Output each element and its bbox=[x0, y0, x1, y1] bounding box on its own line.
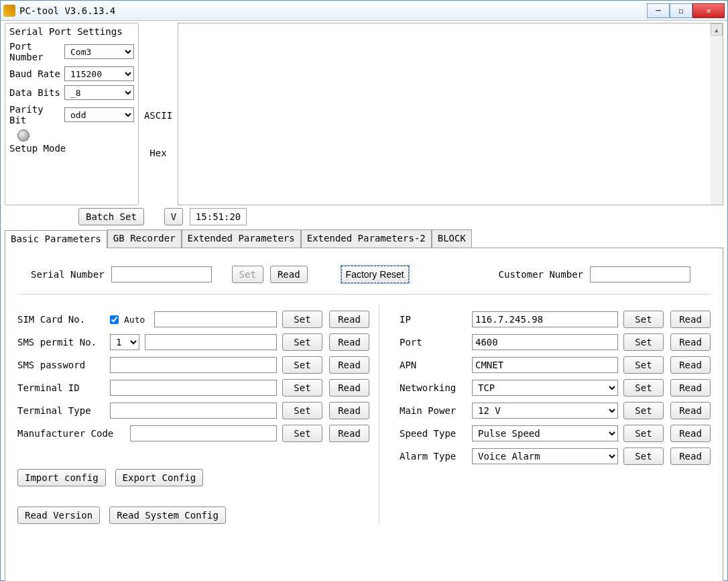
baud-rate-select[interactable]: 115200 bbox=[64, 66, 134, 81]
terminal-type-input[interactable] bbox=[110, 403, 277, 419]
apn-input[interactable] bbox=[472, 357, 618, 373]
parity-bit-label: Parity Bit bbox=[9, 104, 64, 125]
tab-extended-parameters-2[interactable]: Extended Parameters-2 bbox=[301, 229, 432, 248]
serial-legend: Serial Port Settings bbox=[9, 26, 134, 37]
networking-read-button[interactable]: Read bbox=[670, 379, 711, 397]
ascii-label[interactable]: ASCII bbox=[144, 110, 172, 121]
encoding-column: ASCII Hex bbox=[139, 23, 178, 205]
terminal-type-label: Terminal Type bbox=[17, 405, 105, 416]
console-output[interactable]: ▴ bbox=[178, 23, 723, 205]
terminal-type-set-button[interactable]: Set bbox=[282, 402, 322, 419]
hex-label[interactable]: Hex bbox=[149, 148, 166, 158]
sms-password-set-button[interactable]: Set bbox=[282, 356, 322, 374]
main-power-select[interactable]: 12 V bbox=[472, 403, 618, 419]
under-serial-row: Batch Set V 15:51:20 bbox=[5, 208, 723, 225]
speed-type-label: Speed Type bbox=[400, 428, 467, 439]
app-window: PC-tool V3.6.13.4 ─ ☐ ✕ Serial Port Sett… bbox=[0, 0, 728, 581]
manufacturer-code-label: Manufacturer Code bbox=[17, 428, 125, 439]
window-buttons: ─ ☐ ✕ bbox=[647, 3, 725, 18]
setup-mode-radio[interactable] bbox=[17, 129, 29, 142]
sms-password-input[interactable] bbox=[110, 357, 277, 373]
serial-number-set-button[interactable]: Set bbox=[232, 266, 263, 283]
port-read-button[interactable]: Read bbox=[670, 333, 711, 351]
tab-gb-recorder[interactable]: GB Recorder bbox=[107, 229, 182, 248]
apn-read-button[interactable]: Read bbox=[670, 356, 711, 374]
sms-permit-input[interactable] bbox=[145, 334, 277, 350]
tab-extended-parameters[interactable]: Extended Parameters bbox=[182, 229, 301, 248]
customer-number-input[interactable] bbox=[590, 266, 690, 282]
auto-checkbox[interactable] bbox=[110, 315, 119, 324]
close-button[interactable]: ✕ bbox=[692, 3, 725, 18]
v-button[interactable]: V bbox=[164, 208, 183, 225]
left-column: SIM Card No. Auto Set Read SMS permit No… bbox=[17, 305, 379, 524]
sim-card-input[interactable] bbox=[154, 311, 277, 327]
sim-set-button[interactable]: Set bbox=[282, 311, 322, 328]
ip-read-button[interactable]: Read bbox=[670, 311, 711, 328]
baud-rate-label: Baud Rate bbox=[9, 68, 64, 79]
window-title: PC-tool V3.6.13.4 bbox=[19, 5, 115, 16]
manufacturer-set-button[interactable]: Set bbox=[282, 425, 322, 442]
port-number-label: Port Number bbox=[9, 41, 64, 62]
serial-number-read-button[interactable]: Read bbox=[270, 266, 308, 283]
networking-select[interactable]: TCP bbox=[472, 380, 618, 396]
alarm-type-set-button[interactable]: Set bbox=[623, 447, 664, 465]
scrollbar[interactable]: ▴ bbox=[711, 23, 723, 205]
main-power-set-button[interactable]: Set bbox=[623, 402, 664, 419]
factory-reset-button[interactable]: Factory Reset bbox=[341, 266, 409, 283]
tab-basic-parameters[interactable]: Basic Parameters bbox=[5, 230, 107, 248]
sim-card-label: SIM Card No. bbox=[17, 314, 105, 325]
manufacturer-code-input[interactable] bbox=[130, 425, 277, 441]
sms-permit-select[interactable]: 1 bbox=[110, 334, 139, 350]
parity-bit-select[interactable]: odd bbox=[64, 107, 134, 122]
speed-type-set-button[interactable]: Set bbox=[623, 425, 664, 442]
ip-input[interactable] bbox=[472, 311, 618, 327]
alarm-type-select[interactable]: Voice Alarm bbox=[472, 448, 618, 464]
read-version-button[interactable]: Read Version bbox=[17, 507, 100, 524]
port-number-select[interactable]: Com3 bbox=[64, 44, 134, 59]
main-power-read-button[interactable]: Read bbox=[670, 402, 711, 419]
maximize-button[interactable]: ☐ bbox=[670, 3, 692, 18]
terminal-id-set-button[interactable]: Set bbox=[282, 379, 322, 397]
sms-password-read-button[interactable]: Read bbox=[329, 356, 369, 374]
data-bits-select[interactable]: _8 bbox=[64, 85, 134, 100]
tab-block[interactable]: BLOCK bbox=[432, 229, 472, 248]
networking-label: Networking bbox=[400, 382, 467, 393]
batch-set-button[interactable]: Batch Set bbox=[78, 208, 144, 225]
minimize-button[interactable]: ─ bbox=[647, 3, 670, 18]
speed-type-read-button[interactable]: Read bbox=[670, 425, 711, 442]
scroll-up-icon[interactable]: ▴ bbox=[711, 23, 723, 36]
data-bits-label: Data Bits bbox=[9, 87, 64, 98]
sms-permit-set-button[interactable]: Set bbox=[282, 333, 322, 351]
export-config-button[interactable]: Export Config bbox=[115, 469, 204, 486]
time-display: 15:51:20 bbox=[190, 208, 247, 225]
customer-number-label: Customer Number bbox=[499, 269, 583, 280]
apn-set-button[interactable]: Set bbox=[623, 356, 664, 374]
speed-type-select[interactable]: Pulse Speed bbox=[472, 425, 618, 441]
auto-label: Auto bbox=[124, 315, 145, 325]
manufacturer-read-button[interactable]: Read bbox=[329, 425, 369, 442]
port-set-button[interactable]: Set bbox=[623, 333, 664, 351]
terminal-id-read-button[interactable]: Read bbox=[329, 379, 369, 397]
terminal-type-read-button[interactable]: Read bbox=[329, 402, 369, 419]
sms-permit-label: SMS permit No. bbox=[17, 337, 105, 348]
parameters-columns: SIM Card No. Auto Set Read SMS permit No… bbox=[17, 294, 711, 524]
ip-set-button[interactable]: Set bbox=[623, 311, 664, 328]
sim-read-button[interactable]: Read bbox=[329, 311, 369, 328]
sms-permit-read-button[interactable]: Read bbox=[329, 333, 369, 351]
app-icon bbox=[3, 5, 15, 17]
titlebar: PC-tool V3.6.13.4 ─ ☐ ✕ bbox=[1, 1, 727, 21]
port-label: Port bbox=[400, 337, 467, 348]
alarm-type-read-button[interactable]: Read bbox=[670, 447, 711, 465]
import-config-button[interactable]: Import config bbox=[17, 469, 106, 486]
terminal-id-input[interactable] bbox=[110, 380, 277, 396]
tab-content: Serial Number Set Read Factory Reset Cus… bbox=[5, 248, 723, 581]
terminal-id-label: Terminal ID bbox=[17, 382, 105, 393]
port-input[interactable] bbox=[472, 334, 618, 350]
read-system-config-button[interactable]: Read System Config bbox=[109, 507, 226, 524]
main-power-label: Main Power bbox=[400, 405, 467, 416]
ip-label: IP bbox=[400, 314, 467, 325]
setup-mode-label: Setup Mode bbox=[9, 143, 134, 154]
networking-set-button[interactable]: Set bbox=[623, 379, 664, 397]
tab-bar: Basic Parameters GB Recorder Extended Pa… bbox=[5, 229, 723, 248]
serial-number-input[interactable] bbox=[111, 266, 212, 282]
